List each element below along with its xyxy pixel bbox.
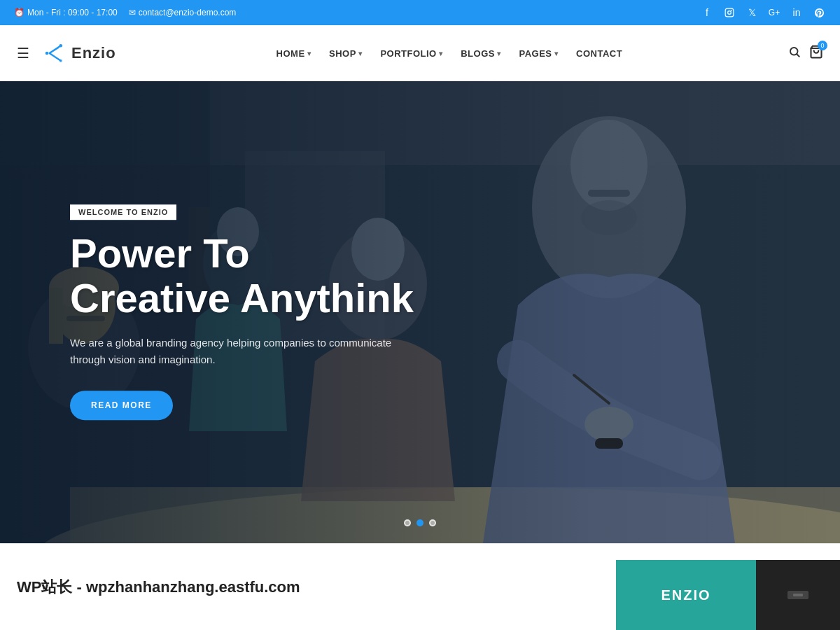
nav-portfolio[interactable]: PORTFOLIO ▾ bbox=[373, 44, 449, 63]
header: ☰ Enzio HOME ▾ SHOP ▾ PORTFOLIO ▾ BLOGS bbox=[0, 25, 840, 81]
hero-section: WELCOME TO ENZIO Power To Creative Anyth… bbox=[0, 81, 840, 543]
cart-button[interactable]: 0 bbox=[809, 45, 823, 62]
hero-content: WELCOME TO ENZIO Power To Creative Anyth… bbox=[70, 204, 420, 420]
instagram-icon[interactable] bbox=[722, 6, 736, 20]
chevron-down-icon: ▾ bbox=[554, 50, 559, 57]
welcome-badge: WELCOME TO ENZIO bbox=[70, 204, 176, 220]
watermark-text: WP站长 - wpzhanhanzhang.eastfu.com bbox=[17, 577, 300, 598]
hero-title: Power To Creative Anythink bbox=[70, 231, 420, 321]
logo[interactable]: Enzio bbox=[41, 41, 116, 66]
top-bar-info: ⏰ Mon - Fri : 09:00 - 17:00 ✉ contact@en… bbox=[14, 8, 236, 18]
svg-point-4 bbox=[59, 44, 63, 47]
cart-count: 0 bbox=[818, 41, 827, 50]
svg-point-5 bbox=[59, 59, 63, 63]
main-nav: HOME ▾ SHOP ▾ PORTFOLIO ▾ BLOGS ▾ PAGES … bbox=[270, 44, 630, 63]
nav-contact[interactable]: CONTACT bbox=[569, 44, 629, 63]
mail-icon: ✉ bbox=[129, 8, 136, 18]
google-plus-icon[interactable]: G+ bbox=[767, 6, 781, 20]
linkedin-icon[interactable]: in bbox=[790, 6, 804, 20]
hamburger-menu[interactable]: ☰ bbox=[17, 45, 29, 62]
header-left: ☰ Enzio bbox=[17, 41, 116, 66]
header-actions: 0 bbox=[788, 45, 823, 62]
pinterest-icon[interactable] bbox=[812, 6, 826, 20]
business-hours: ⏰ Mon - Fri : 09:00 - 17:00 bbox=[14, 8, 118, 18]
chevron-down-icon: ▾ bbox=[497, 50, 501, 57]
logo-text: Enzio bbox=[71, 44, 116, 62]
bottom-bar: WP站长 - wpzhanhanzhang.eastfu.com ENZIO bbox=[0, 543, 840, 630]
dot-3[interactable] bbox=[429, 519, 436, 526]
bottom-card-icon bbox=[788, 588, 808, 602]
nav-blogs[interactable]: BLOGS ▾ bbox=[454, 44, 507, 63]
social-links: f 𝕏 G+ in bbox=[700, 6, 826, 20]
bottom-card: ENZIO bbox=[616, 560, 840, 630]
clock-icon: ⏰ bbox=[14, 8, 24, 18]
dot-2[interactable] bbox=[416, 519, 424, 526]
svg-point-2 bbox=[731, 10, 732, 11]
twitter-icon[interactable]: 𝕏 bbox=[745, 6, 759, 20]
nav-shop[interactable]: SHOP ▾ bbox=[322, 44, 369, 63]
logo-icon bbox=[41, 41, 66, 66]
svg-rect-0 bbox=[725, 8, 734, 17]
chevron-down-icon: ▾ bbox=[307, 50, 312, 57]
svg-line-7 bbox=[797, 54, 799, 56]
hero-carousel-dots bbox=[404, 519, 436, 526]
chevron-down-icon: ▾ bbox=[439, 50, 443, 57]
chevron-down-icon: ▾ bbox=[358, 50, 363, 57]
nav-home[interactable]: HOME ▾ bbox=[270, 44, 318, 63]
facebook-icon[interactable]: f bbox=[700, 6, 714, 20]
nav-pages[interactable]: PAGES ▾ bbox=[512, 44, 565, 63]
email-info: ✉ contact@enzio-demo.com bbox=[129, 8, 237, 18]
dot-1[interactable] bbox=[404, 519, 411, 526]
enzio-card-logo: ENZIO bbox=[661, 587, 710, 603]
bottom-card-dark bbox=[756, 560, 840, 630]
svg-point-1 bbox=[728, 11, 732, 15]
read-more-button[interactable]: READ MORE bbox=[70, 391, 173, 420]
hero-subtitle: We are a global branding agency helping … bbox=[70, 335, 420, 368]
svg-rect-35 bbox=[793, 594, 803, 596]
svg-point-3 bbox=[46, 52, 49, 55]
enzio-bottom-card: ENZIO bbox=[616, 560, 756, 630]
search-button[interactable] bbox=[788, 46, 801, 62]
top-bar: ⏰ Mon - Fri : 09:00 - 17:00 ✉ contact@en… bbox=[0, 0, 840, 25]
